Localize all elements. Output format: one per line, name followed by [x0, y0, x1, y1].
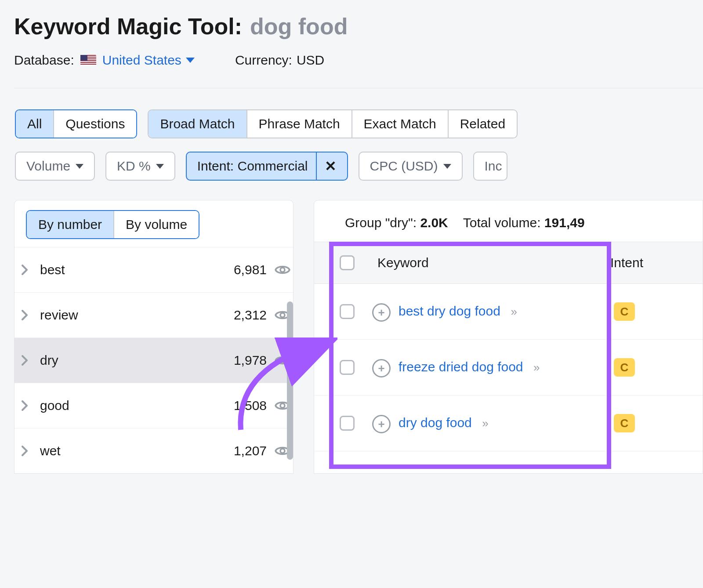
meta-row: Database: United States Currency: USD — [14, 53, 703, 68]
page-title-row: Keyword Magic Tool: dog food — [14, 13, 703, 40]
tab-related[interactable]: Related — [448, 110, 517, 138]
keyword-link[interactable]: dry dog food — [399, 415, 472, 430]
group-count: 1,508 — [234, 398, 267, 413]
match-segment: Broad Match Phrase Match Exact Match Rel… — [148, 109, 518, 138]
intent-badge: C — [614, 358, 635, 377]
filter-volume[interactable]: Volume — [15, 152, 95, 181]
group-name: best — [40, 262, 234, 277]
chevron-right-icon — [18, 310, 32, 320]
divider — [14, 88, 703, 88]
table-row: + freeze dried dog food » C — [314, 340, 703, 396]
group-row[interactable]: review 2,312 — [14, 292, 293, 338]
tab-all[interactable]: All — [16, 110, 53, 138]
add-to-list-icon[interactable]: + — [372, 415, 391, 433]
results-table: Keyword Intent + best dry dog food » C +… — [314, 242, 703, 451]
tab-broad-match[interactable]: Broad Match — [148, 109, 247, 138]
filter-cpc[interactable]: CPC (USD) — [359, 152, 463, 181]
svg-point-1 — [280, 313, 285, 317]
total-volume-label: Total volume: — [463, 215, 541, 230]
sort-segment: By number By volume — [26, 210, 199, 239]
query-term: dog food — [250, 13, 348, 40]
currency-display: Currency: USD — [235, 53, 324, 68]
group-count: 2.0K — [420, 215, 448, 230]
table-row: + best dry dog food » C — [314, 284, 703, 340]
row-checkbox[interactable] — [340, 360, 355, 375]
filter-kd[interactable]: KD % — [105, 152, 175, 181]
results-panel: Group "dry": 2.0K Total volume: 191,49 K… — [314, 200, 703, 474]
group-name: good — [40, 398, 234, 413]
all-questions-segment: All Questions — [15, 109, 137, 138]
chevron-down-icon — [156, 164, 164, 169]
flag-us-icon — [80, 55, 96, 65]
chevron-right-icon — [18, 446, 32, 456]
table-header: Keyword Intent — [314, 242, 703, 284]
chevron-right-icon — [18, 400, 32, 411]
group-name: review — [40, 308, 234, 323]
expand-icon[interactable]: » — [504, 305, 516, 318]
scrollbar-thumb[interactable] — [287, 301, 293, 460]
column-intent[interactable]: Intent — [610, 255, 672, 270]
group-count: 1,207 — [234, 443, 267, 458]
add-to-list-icon[interactable]: + — [372, 359, 391, 377]
group-count: 6,981 — [234, 262, 267, 277]
filter-intent[interactable]: Intent: Commercial ✕ — [186, 152, 348, 181]
row-checkbox[interactable] — [340, 416, 355, 431]
intent-badge: C — [614, 414, 635, 432]
svg-point-2 — [280, 358, 285, 363]
group-name: wet — [40, 443, 234, 458]
svg-point-3 — [280, 403, 285, 408]
currency-value: USD — [297, 53, 324, 68]
database-selector[interactable]: Database: United States — [14, 53, 195, 68]
chevron-right-icon — [18, 265, 32, 275]
filter-include[interactable]: Inc — [473, 152, 507, 181]
intent-badge: C — [614, 302, 635, 321]
keyword-link[interactable]: freeze dried dog food — [399, 359, 523, 374]
group-row[interactable]: good 1,508 — [14, 383, 293, 428]
chevron-down-icon — [443, 164, 451, 169]
row-checkbox[interactable] — [340, 304, 355, 319]
group-name: dry — [40, 353, 234, 368]
tab-exact-match[interactable]: Exact Match — [352, 110, 448, 138]
chevron-right-icon — [18, 355, 32, 366]
sort-by-volume[interactable]: By volume — [113, 211, 199, 238]
total-volume-value: 191,49 — [544, 215, 585, 230]
keyword-link[interactable]: best dry dog food — [399, 304, 500, 318]
expand-icon[interactable]: » — [475, 417, 488, 430]
group-count: 2,312 — [234, 308, 267, 323]
close-icon[interactable]: ✕ — [325, 159, 337, 173]
currency-label: Currency: — [235, 53, 292, 68]
group-row[interactable]: best 6,981 — [14, 247, 293, 292]
chevron-down-icon — [76, 164, 83, 169]
match-type-tabs: All Questions Broad Match Phrase Match E… — [15, 109, 703, 138]
group-count: 1,978 — [234, 353, 267, 368]
tab-questions[interactable]: Questions — [53, 110, 136, 138]
expand-icon[interactable]: » — [527, 361, 539, 374]
add-to-list-icon[interactable]: + — [372, 303, 391, 322]
group-label: Group "dry": — [345, 215, 417, 230]
groups-panel: By number By volume best 6,981 review 2,… — [14, 200, 294, 474]
tool-title: Keyword Magic Tool: — [14, 13, 242, 40]
sort-by-number[interactable]: By number — [27, 211, 113, 238]
column-keyword[interactable]: Keyword — [372, 255, 610, 270]
database-country[interactable]: United States — [102, 53, 195, 68]
groups-list: best 6,981 review 2,312 dry 1,978 good 1… — [14, 247, 293, 473]
group-row[interactable]: dry 1,978 — [14, 338, 293, 383]
table-row: + dry dog food » C — [314, 396, 703, 451]
group-row[interactable]: wet 1,207 — [14, 428, 293, 473]
select-all-checkbox[interactable] — [340, 255, 355, 270]
database-label: Database: — [14, 53, 74, 68]
filter-pills: Volume KD % Intent: Commercial ✕ CPC (US… — [15, 152, 703, 181]
results-summary: Group "dry": 2.0K Total volume: 191,49 — [314, 200, 703, 242]
svg-point-0 — [280, 268, 285, 272]
eye-icon[interactable] — [275, 264, 290, 276]
chevron-down-icon — [186, 58, 195, 63]
tab-phrase-match[interactable]: Phrase Match — [246, 110, 352, 138]
svg-point-4 — [280, 449, 285, 453]
